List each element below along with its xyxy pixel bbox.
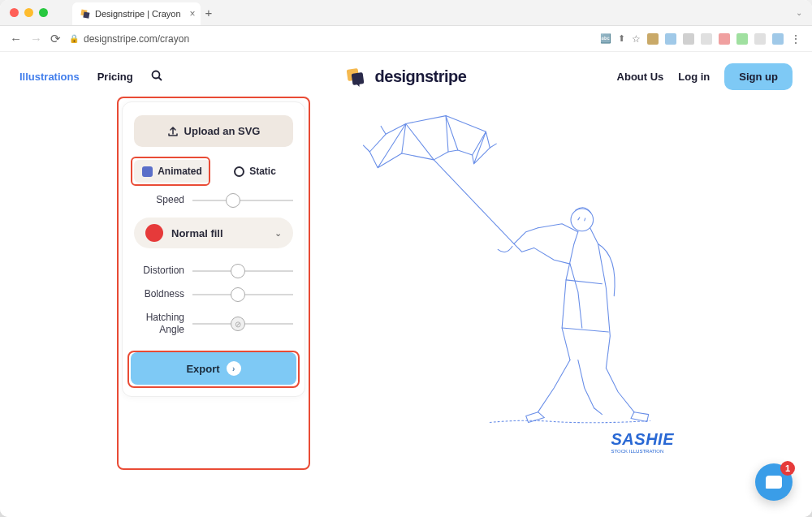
- extension-icon[interactable]: [665, 33, 676, 45]
- chevron-down-icon: ⌄: [274, 228, 282, 239]
- speed-slider[interactable]: [192, 200, 293, 201]
- animated-icon: [142, 166, 153, 177]
- hatching-slider[interactable]: ⊘: [192, 323, 293, 325]
- title-bar: Designstripe | Crayon × + ⌄: [0, 0, 812, 26]
- hatching-thumb: ⊘: [231, 317, 245, 331]
- chevron-right-icon: ›: [227, 361, 241, 376]
- speed-slider-row: Speed: [134, 194, 293, 206]
- url-field[interactable]: 🔒 designstripe.com/crayon: [69, 33, 592, 45]
- speed-thumb[interactable]: [226, 193, 240, 208]
- extension-icon[interactable]: [701, 33, 712, 45]
- nav-left: Illustrations Pricing: [19, 70, 163, 84]
- credit-text: SASHIE: [611, 430, 674, 448]
- extension-icon[interactable]: [772, 33, 784, 45]
- distortion-slider[interactable]: [192, 270, 293, 272]
- url-text: designstripe.com/crayon: [84, 33, 189, 45]
- logo-text: designstripe: [375, 67, 467, 86]
- tab-close-icon[interactable]: ×: [190, 8, 196, 19]
- export-label: Export: [186, 363, 219, 375]
- maximize-window-icon[interactable]: [39, 8, 48, 17]
- illustration-canvas: SASHIE STOCK ILLUSTRATION: [330, 101, 690, 446]
- fill-label: Normal fill: [171, 227, 223, 239]
- distortion-slider-row: Distortion: [134, 265, 293, 277]
- fill-swatch-icon: [145, 224, 163, 242]
- speed-label: Speed: [134, 194, 184, 206]
- boldness-slider-row: Boldness: [134, 288, 293, 300]
- page-content: Illustrations Pricing designstripe About…: [0, 52, 812, 517]
- chat-widget[interactable]: 1: [755, 463, 793, 501]
- boldness-thumb[interactable]: [231, 287, 245, 302]
- mode-static-label: Static: [249, 166, 276, 177]
- nav-login[interactable]: Log in: [678, 71, 710, 83]
- mode-animated-label: Animated: [158, 166, 202, 177]
- browser-action-icons: 🔤 ⬆ ☆ ⋮: [600, 32, 802, 45]
- mode-static[interactable]: Static: [217, 160, 293, 183]
- illustration-credit: SASHIE STOCK ILLUSTRATION: [611, 430, 674, 454]
- svg-point-2: [152, 71, 159, 78]
- signup-button[interactable]: Sign up: [724, 63, 793, 90]
- nav-about[interactable]: About Us: [617, 71, 664, 83]
- chat-badge: 1: [780, 461, 795, 476]
- hatching-slider-row: Hatching Angle ⊘: [134, 312, 293, 336]
- main-content: Upload an SVG Animated Static: [0, 101, 812, 446]
- upload-icon: [167, 126, 179, 137]
- browser-window: Designstripe | Crayon × + ⌄ ← → ⟳ 🔒 desi…: [0, 0, 812, 517]
- reload-button[interactable]: ⟳: [50, 32, 61, 46]
- mode-toggle: Animated Static: [134, 160, 293, 183]
- share-icon[interactable]: ⬆: [618, 33, 625, 44]
- site-nav: Illustrations Pricing designstripe About…: [0, 52, 812, 101]
- lock-icon: 🔒: [69, 34, 79, 43]
- nav-right: About Us Log in Sign up: [617, 63, 793, 90]
- nav-pricing[interactable]: Pricing: [97, 71, 133, 83]
- svg-rect-5: [352, 72, 365, 85]
- extension-icon[interactable]: [754, 33, 766, 45]
- mode-animated[interactable]: Animated: [134, 160, 210, 183]
- upload-svg-button[interactable]: Upload an SVG: [134, 115, 293, 147]
- hatching-label: Hatching Angle: [134, 312, 184, 336]
- control-panel-wrap: Upload an SVG Animated Static: [122, 101, 305, 446]
- back-button[interactable]: ←: [10, 32, 22, 45]
- new-tab-button[interactable]: +: [205, 6, 213, 19]
- extension-icon[interactable]: [683, 33, 694, 45]
- extension-icon[interactable]: [647, 33, 659, 45]
- translate-icon[interactable]: 🔤: [600, 33, 611, 44]
- minimize-window-icon[interactable]: [24, 8, 33, 17]
- export-button[interactable]: Export ›: [131, 352, 296, 385]
- tab-favicon-icon: [80, 9, 90, 19]
- extension-icon[interactable]: [719, 33, 730, 45]
- logo-icon: [346, 66, 369, 88]
- traffic-lights: [10, 8, 48, 17]
- nav-illustrations[interactable]: Illustrations: [19, 71, 80, 83]
- tab-title: Designstripe | Crayon: [95, 9, 181, 19]
- search-icon[interactable]: [151, 70, 163, 84]
- svg-line-3: [158, 77, 162, 80]
- extension-icon[interactable]: [736, 33, 748, 45]
- close-window-icon[interactable]: [10, 8, 19, 17]
- bookmark-icon[interactable]: ☆: [632, 33, 641, 45]
- url-bar: ← → ⟳ 🔒 designstripe.com/crayon 🔤 ⬆ ☆ ⋮: [0, 26, 812, 52]
- boldness-slider[interactable]: [192, 294, 293, 295]
- upload-label: Upload an SVG: [184, 125, 261, 137]
- distortion-thumb[interactable]: [231, 264, 245, 278]
- browser-menu-icon[interactable]: ⋮: [790, 32, 802, 45]
- umbrella-man-illustration: [330, 101, 690, 442]
- forward-button[interactable]: →: [30, 32, 42, 45]
- credit-subtext: STOCK ILLUSTRATION: [611, 449, 674, 454]
- tabs-caret-icon[interactable]: ⌄: [796, 8, 802, 17]
- distortion-label: Distortion: [134, 265, 184, 277]
- static-icon: [234, 166, 244, 177]
- fill-select[interactable]: Normal fill ⌄: [134, 218, 293, 248]
- svg-rect-1: [83, 12, 89, 19]
- boldness-label: Boldness: [134, 288, 184, 300]
- logo[interactable]: designstripe: [346, 66, 467, 88]
- browser-tab[interactable]: Designstripe | Crayon ×: [72, 2, 201, 25]
- control-panel: Upload an SVG Animated Static: [122, 101, 305, 397]
- chat-icon: [766, 476, 782, 489]
